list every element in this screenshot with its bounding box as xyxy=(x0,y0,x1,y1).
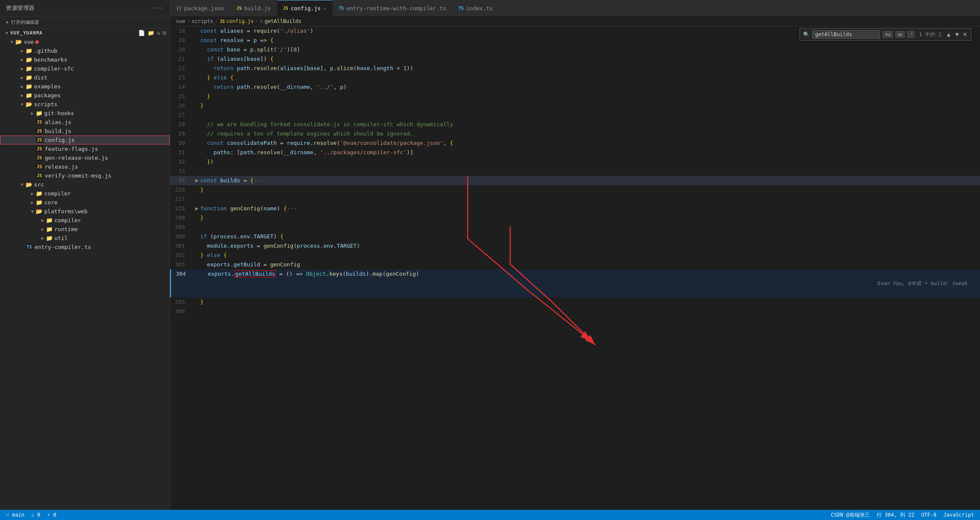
find-count: 1 中的 1 xyxy=(919,31,941,38)
js-file-icon: JS xyxy=(36,137,43,143)
fold-arrow[interactable]: ▶ xyxy=(193,176,200,185)
editor-wrapper: {} package.json JS build.js JS config.js… xyxy=(170,0,980,510)
tab-package-json[interactable]: {} package.json xyxy=(170,0,230,16)
warnings-count[interactable]: ⚡ 0 xyxy=(47,512,57,518)
tree-item-config-js[interactable]: JS config.js xyxy=(0,136,170,144)
new-folder-icon[interactable]: 📁 xyxy=(148,30,154,36)
folder-icon: 📁 xyxy=(46,226,53,232)
tree-root[interactable]: ▼ VUE_YUANMA 📄 📁 ↻ ⊟ xyxy=(0,28,170,37)
code-text: return path.resolve(__dirname, '../', p) xyxy=(200,82,980,92)
fold-space xyxy=(193,213,200,223)
chevron-right-icon: ▶ xyxy=(19,75,26,80)
tree-item-alias-js[interactable]: JS alias.js xyxy=(0,118,170,127)
code-text: const base = p.split('/')[0] xyxy=(200,45,980,54)
find-prev-button[interactable]: ▲ xyxy=(946,31,952,38)
folder-icon: 📁 xyxy=(26,65,32,72)
breadcrumb-func[interactable]: ⊂getAllBuilds xyxy=(260,18,301,24)
line-number: 301 xyxy=(170,241,193,251)
code-text: } xyxy=(200,297,980,307)
close-find-button[interactable]: ✕ xyxy=(963,31,968,38)
code-line-303: 303 exports.getBuild = genConfig xyxy=(170,260,980,269)
code-text: } xyxy=(200,92,980,101)
tab-entry-runtime[interactable]: TS entry-runtime-with-compiler.ts xyxy=(333,0,453,16)
chevron-right-icon: ▶ xyxy=(19,48,26,53)
fold-space xyxy=(193,195,200,204)
new-file-icon[interactable]: 📄 xyxy=(138,30,145,36)
tree-item-util[interactable]: ▶ 📁 util xyxy=(0,234,170,243)
whole-word-button[interactable]: ab xyxy=(895,31,905,38)
tree-item-compiler-sfc[interactable]: ▶ 📁 compiler-sfc xyxy=(0,64,170,73)
code-line-300: 300 if (process.env.TARGET) { xyxy=(170,232,980,241)
language-mode[interactable]: JavaScript xyxy=(943,512,974,518)
tab-config-js[interactable]: JS config.js ✕ xyxy=(277,0,333,16)
tree-item-github[interactable]: ▶ 📁 .github xyxy=(0,46,170,55)
fold-arrow[interactable]: ▶ xyxy=(193,204,200,213)
close-icon[interactable]: ✕ xyxy=(323,6,326,11)
folder-icon: 📂 xyxy=(26,101,32,107)
more-icon[interactable]: ··· xyxy=(153,5,164,11)
tree-item-platforms-web[interactable]: ▼ 📂 platforms\web xyxy=(0,207,170,216)
function-icon: ⊂ xyxy=(260,18,263,24)
code-line-20: 20 const base = p.split('/')[0] xyxy=(170,45,980,54)
regex-button[interactable]: .* xyxy=(907,31,915,38)
tree-item-packages[interactable]: ▶ 📁 packages xyxy=(0,91,170,100)
tree-item-entry-compiler-ts[interactable]: TS entry-compiler.ts xyxy=(0,243,170,252)
tree-item-compiler2[interactable]: ▶ 📁 compiler xyxy=(0,216,170,225)
tree-item-vue[interactable]: ▼ 📂 vue xyxy=(0,37,170,46)
code-line-27: 27 xyxy=(170,110,980,120)
fold-space xyxy=(193,73,200,82)
line-number: 303 xyxy=(170,260,193,269)
errors-count[interactable]: ⚠ 0 xyxy=(31,512,40,518)
code-text: } xyxy=(200,213,980,223)
code-line-228: 228 ▶ function genConfig(name) {··· xyxy=(170,204,980,213)
find-input[interactable] xyxy=(812,30,880,39)
code-line-29: 29 // requires a ton of template engines… xyxy=(170,129,980,138)
tree-item-compiler[interactable]: ▶ 📁 compiler xyxy=(0,189,170,198)
js-file-icon: JS xyxy=(36,164,43,170)
match-case-button[interactable]: Aa xyxy=(883,31,892,38)
tab-index-ts[interactable]: TS index.ts xyxy=(452,0,499,16)
fold-space xyxy=(193,297,200,307)
encoding[interactable]: UTF-8 xyxy=(921,512,937,518)
tree-item-examples[interactable]: ▶ 📁 examples xyxy=(0,82,170,91)
collapse-icon[interactable]: ⊟ xyxy=(163,30,166,36)
tree-item-benchmarks[interactable]: ▶ 📁 benchmarks xyxy=(0,55,170,64)
sidebar-icons: ··· xyxy=(153,5,164,11)
chevron-right-icon: ▶ xyxy=(29,111,36,116)
code-line-33: 33 xyxy=(170,167,980,176)
refresh-icon[interactable]: ↻ xyxy=(157,30,160,36)
open-editors-header[interactable]: ▼ 打开的编辑器 xyxy=(0,17,170,28)
tree-item-gen-release-note-js[interactable]: JS gen-release-note.js xyxy=(0,153,170,162)
folder-icon: 📁 xyxy=(26,48,32,54)
tab-build-js[interactable]: JS build.js xyxy=(230,0,277,16)
breadcrumb-scripts[interactable]: scripts xyxy=(192,18,213,24)
fold-space xyxy=(193,54,200,64)
tree-item-scripts[interactable]: ▼ 📂 scripts xyxy=(0,100,170,109)
tree-item-git-hooks[interactable]: ▶ 📁 git-hooks xyxy=(0,109,170,118)
code-text: // we are bundling forked consolidate.js… xyxy=(200,120,980,129)
code-line-32: 32 }) xyxy=(170,157,980,167)
fold-space xyxy=(193,307,200,316)
git-branch[interactable]: ⑁ main xyxy=(6,512,24,518)
line-number: 28 xyxy=(170,120,193,129)
tree-label: gen-release-note.js xyxy=(45,155,108,161)
tree-label: alias.js xyxy=(45,119,71,125)
tree-item-feature-flags-js[interactable]: JS feature-flags.js xyxy=(0,144,170,153)
code-editor[interactable]: 18 const aliases = require('./alias') 19… xyxy=(170,26,980,487)
tree-item-release-js[interactable]: JS release.js xyxy=(0,162,170,171)
tree-item-runtime[interactable]: ▶ 📁 runtime xyxy=(0,225,170,234)
tree-item-core[interactable]: ▶ 📁 core xyxy=(0,198,170,207)
cursor-position[interactable]: 行 304, 列 22 xyxy=(877,512,915,519)
line-number: 33 xyxy=(170,167,193,176)
breadcrumb-vue[interactable]: vue xyxy=(176,18,185,24)
tree-item-dist[interactable]: ▶ 📁 dist xyxy=(0,73,170,82)
breadcrumb-configjs[interactable]: JSconfig.js xyxy=(220,18,254,24)
tree-item-src[interactable]: ▼ 📂 src xyxy=(0,180,170,189)
tab-label: index.ts xyxy=(466,5,493,11)
tree-item-build-js[interactable]: JS build.js xyxy=(0,127,170,136)
find-next-button[interactable]: ▼ xyxy=(954,31,960,38)
chevron-right-icon: ▶ xyxy=(19,66,26,71)
getAllBuilds-highlight: getAllBuilds xyxy=(234,270,276,277)
tree-item-verify-commit-msg-js[interactable]: JS verify-commit-msg.js xyxy=(0,171,170,180)
tab-bar: {} package.json JS build.js JS config.js… xyxy=(170,0,980,17)
